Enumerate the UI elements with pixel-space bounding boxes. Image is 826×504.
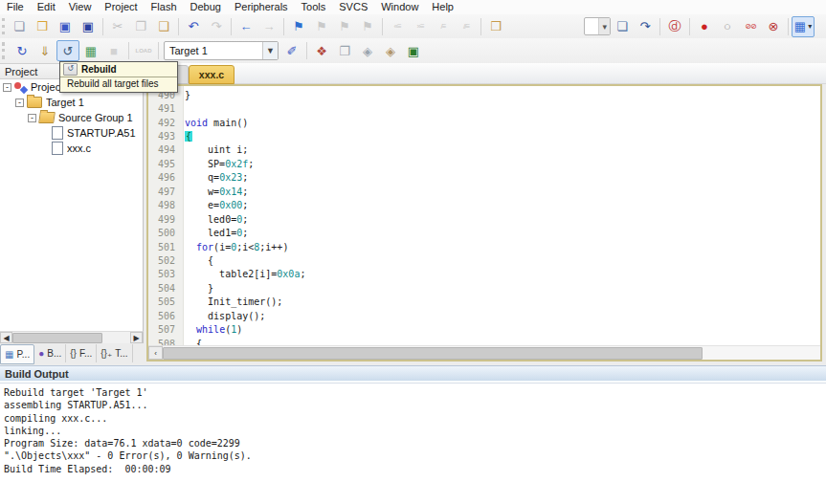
code-line-503[interactable]: 503 table2[i]=0x0a; — [148, 268, 820, 281]
workspace-tab-p[interactable]: ▦P... — [0, 344, 34, 364]
insert-bookmark-button[interactable]: ⚑ — [287, 16, 310, 37]
project-horizontal-scrollbar[interactable]: ◀ ▶ — [0, 331, 144, 343]
line-number: 500 — [148, 228, 185, 238]
collapse-icon[interactable]: - — [28, 114, 36, 122]
start-stop-debug-session-button[interactable]: ⓓ — [663, 16, 686, 37]
new-file-button[interactable]: ❏ — [8, 16, 31, 37]
tree-item-target-1[interactable]: -Target 1 — [0, 95, 143, 110]
copy-button[interactable]: ❐ — [129, 16, 152, 37]
indent-button[interactable]: »≡ — [409, 16, 432, 37]
code-line-490[interactable]: 490} — [148, 88, 820, 101]
paste-button[interactable]: ❑ — [152, 16, 175, 37]
manage-run-time-environment-button[interactable]: ❖ — [310, 40, 333, 61]
code-line-506[interactable]: 506 display(); — [148, 309, 820, 322]
code-line-501[interactable]: 501 for(i=0;i<8;i++) — [148, 240, 820, 253]
navigate-back-button[interactable]: ← — [234, 16, 257, 37]
menu-flash[interactable]: Flash — [145, 0, 184, 14]
navigate-forward-button[interactable]: → — [257, 16, 280, 37]
menu-debug[interactable]: Debug — [184, 0, 228, 14]
menu-file[interactable]: File — [0, 0, 31, 14]
menu-window[interactable]: Window — [374, 0, 425, 14]
previous-bookmark-button[interactable]: ⚑ — [310, 16, 333, 37]
new-file-icon: ❏ — [13, 20, 25, 33]
scroll-right-icon[interactable]: ▶ — [130, 332, 143, 343]
code-line-508[interactable]: 508 { — [148, 337, 820, 345]
code-line-491[interactable]: 491 — [148, 101, 820, 115]
pack-installer-button[interactable]: ◈ — [379, 40, 402, 61]
select-software-packs-button[interactable]: ◈ — [356, 40, 379, 61]
kill-all-breakpoints-button[interactable]: ⊗ — [762, 16, 785, 37]
save-button[interactable]: ▣ — [54, 16, 77, 37]
menu-project[interactable]: Project — [98, 0, 144, 14]
tree-item-xxx-c[interactable]: xxx.c — [0, 141, 143, 156]
uncomment-selection-button[interactable]: //≡ — [455, 16, 478, 37]
code-line-494[interactable]: 494 uint i; — [148, 143, 820, 157]
code-line-497[interactable]: 497 w=0x14; — [148, 185, 820, 198]
code-line-507[interactable]: 507 while(1) — [148, 322, 820, 336]
collapse-icon[interactable]: - — [3, 83, 11, 92]
undo-button[interactable]: ↶ — [182, 16, 205, 37]
collapse-icon[interactable]: - — [15, 99, 24, 107]
rebuild-target-button[interactable]: ↺ — [56, 40, 79, 61]
scroll-left-icon[interactable]: ‹ — [148, 346, 163, 360]
translate-file-button[interactable]: ↻ — [11, 40, 33, 61]
search-combobox[interactable]: ▾ — [584, 17, 611, 35]
build-target-button[interactable]: ⇓ — [33, 40, 56, 61]
comment-selection-button[interactable]: /≡ — [432, 16, 455, 37]
code-line-492[interactable]: 492void main() — [148, 116, 820, 129]
editor-tab-active[interactable]: xxx.c — [189, 65, 234, 84]
menu-tools[interactable]: Tools — [295, 0, 333, 14]
code-text: display(); — [185, 311, 265, 321]
chevron-down-icon[interactable]: ▼ — [262, 42, 278, 59]
target-select[interactable]: Target 1 ▼ — [164, 41, 279, 60]
line-number: 498 — [148, 200, 185, 210]
manage-books-button[interactable]: ▣ — [402, 40, 425, 61]
chevron-down-icon[interactable]: ▾ — [598, 18, 610, 34]
code-editor[interactable]: 490}491492void main()493{494 uint i;495 … — [146, 84, 822, 362]
code-line-504[interactable]: 504 } — [148, 281, 820, 295]
workspace-tab-f[interactable]: {}F... — [66, 344, 97, 362]
build-output-log[interactable]: Rebuild target 'Target 1'assembling STAR… — [0, 383, 826, 504]
clear-all-bookmarks-button[interactable]: ⚑ — [356, 16, 379, 37]
code-text: w=0x14; — [185, 186, 248, 197]
batch-build-button[interactable]: ▦ — [79, 40, 102, 61]
editor-horizontal-scrollbar[interactable]: ‹ — [148, 345, 820, 360]
download-to-flash-button[interactable]: LOAD — [132, 40, 155, 61]
scrollbar-thumb[interactable] — [163, 347, 703, 360]
open-folder-button[interactable]: ❒ — [31, 16, 54, 37]
debug-arrow-button[interactable]: ↷ — [634, 16, 657, 37]
cut-button[interactable]: ✂ — [106, 16, 129, 37]
code-line-496[interactable]: 496 q=0x23; — [148, 171, 820, 185]
unindent-button[interactable]: «≡ — [386, 16, 409, 37]
save-all-button[interactable]: ▣ — [77, 16, 100, 37]
workspace-tab-b[interactable]: ●B... — [34, 344, 66, 362]
manage-project-items-button[interactable]: ❐ — [333, 40, 356, 61]
code-line-500[interactable]: 500 led1=0; — [148, 226, 820, 239]
code-line-505[interactable]: 505 Init_timer(); — [148, 296, 820, 309]
menu-svcs[interactable]: SVCS — [332, 0, 374, 14]
menu-edit[interactable]: Edit — [31, 0, 62, 14]
scroll-left-icon[interactable]: ◀ — [0, 332, 12, 343]
scrollbar-thumb[interactable] — [12, 333, 102, 343]
code-line-498[interactable]: 498 e=0x00; — [148, 199, 820, 212]
menu-view[interactable]: View — [62, 0, 99, 14]
configure-target-wand-button[interactable]: ✐ — [280, 40, 303, 61]
disable-all-breakpoints-button[interactable]: ⊘⊘ — [739, 16, 762, 37]
insert-remove-breakpoint-button[interactable]: ● — [693, 16, 716, 37]
tree-item-startup-a51[interactable]: STARTUP.A51 — [0, 125, 143, 141]
code-line-502[interactable]: 502 { — [148, 253, 820, 267]
redo-button[interactable]: ↷ — [205, 16, 228, 37]
code-line-495[interactable]: 495 SP=0x2f; — [148, 157, 820, 170]
debug-restore-views-button[interactable]: ▦▾ — [792, 16, 815, 37]
menu-peripherals[interactable]: Peripherals — [228, 0, 295, 14]
enable-disable-breakpoint-button[interactable]: ○ — [716, 16, 739, 37]
next-bookmark-button[interactable]: ⚑ — [333, 16, 356, 37]
find-in-files-folder-button[interactable]: ❒ — [484, 16, 507, 37]
menu-help[interactable]: Help — [425, 0, 460, 14]
code-line-493[interactable]: 493{ — [148, 129, 820, 142]
code-line-499[interactable]: 499 led0=0; — [148, 212, 820, 226]
find-in-files-button[interactable]: ❏ — [611, 16, 634, 37]
stop-build-button[interactable]: ■ — [102, 40, 125, 61]
tree-item-source-group-1[interactable]: -Source Group 1 — [0, 110, 143, 125]
workspace-tab-t[interactable]: {}₊T... — [97, 344, 132, 362]
